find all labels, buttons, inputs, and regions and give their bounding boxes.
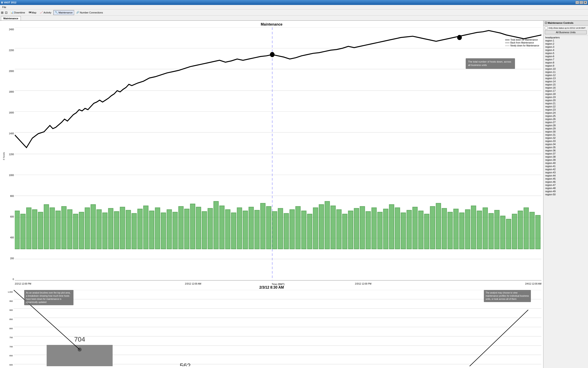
brushed-time-label: 2/3/12 8:30 AM <box>2 285 541 290</box>
y-axis-label-bottom: # hosts <box>2 290 6 366</box>
svg-rect-76 <box>378 212 382 249</box>
list-item[interactable]: headquarters <box>544 36 588 39</box>
list-item[interactable]: region-35 <box>544 146 588 149</box>
list-item[interactable]: region-5 <box>544 52 588 55</box>
all-bu-button[interactable]: All Business Units <box>545 30 587 34</box>
list-item[interactable]: region-27 <box>544 121 588 124</box>
list-item[interactable]: region-42 <box>544 168 588 171</box>
list-item[interactable]: region-26 <box>544 118 588 121</box>
brush-annotation: As an analyst brushes over the top plot … <box>24 290 73 305</box>
list-item[interactable]: region-16 <box>544 86 588 89</box>
list-item[interactable]: region-45 <box>544 177 588 180</box>
list-item[interactable]: region-14 <box>544 80 588 83</box>
bottom-chart-inner: # hosts 1,000950900850800 75070065060055… <box>2 290 541 366</box>
list-item[interactable]: region-10 <box>544 67 588 70</box>
chart-legend: Total down for Maintenance Back from Mai… <box>505 38 539 47</box>
list-item[interactable]: region-21 <box>544 102 588 105</box>
svg-rect-83 <box>418 211 423 249</box>
svg-rect-47 <box>208 208 213 249</box>
list-item[interactable]: region-6 <box>544 55 588 58</box>
svg-rect-44 <box>190 204 195 249</box>
svg-line-143 <box>449 310 528 366</box>
list-item[interactable]: region-15 <box>544 83 588 86</box>
legend-label-total: Total down for Maintenance <box>510 38 538 41</box>
list-item[interactable]: region-23 <box>544 108 588 111</box>
svg-rect-20 <box>50 208 55 249</box>
list-item[interactable]: region-47 <box>544 184 588 187</box>
content-area: Maintenance # hosts 24002200200018001600… <box>0 21 543 368</box>
list-item[interactable]: region-13 <box>544 77 588 80</box>
svg-rect-62 <box>296 207 300 249</box>
connections-button[interactable]: 🔗 Number Connections <box>75 10 104 15</box>
list-item[interactable]: region-34 <box>544 143 588 146</box>
tab-maintenance[interactable]: Maintenance <box>1 16 21 20</box>
list-item[interactable]: region-49 <box>544 190 588 193</box>
maintenance-button[interactable]: 🔧 Maintenance <box>53 10 74 15</box>
svg-point-104 <box>457 35 462 40</box>
top-chart-area[interactable]: # hosts 24002200200018001600 14001200100… <box>2 27 541 285</box>
list-item[interactable]: region-37 <box>544 152 588 155</box>
list-item[interactable]: region-24 <box>544 111 588 114</box>
svg-rect-14 <box>15 211 19 249</box>
list-item[interactable]: region-18 <box>544 92 588 96</box>
minimize-button[interactable]: ─ <box>575 1 579 4</box>
sidebar: ☐ Maintenance Controls Only show status … <box>543 21 588 368</box>
downtime-icon: 📊 <box>10 11 14 14</box>
list-item[interactable]: region-46 <box>544 180 588 184</box>
svg-rect-35 <box>138 209 142 249</box>
file-menu[interactable]: File <box>1 6 8 9</box>
list-item[interactable]: region-1 <box>544 39 588 42</box>
activity-button[interactable]: 📈 Activity <box>38 10 53 15</box>
window-controls[interactable]: ─ □ ✕ <box>575 1 587 4</box>
list-item[interactable]: region-7 <box>544 58 588 61</box>
list-item[interactable]: region-9 <box>544 64 588 67</box>
sidebar-header: ☐ Maintenance Controls <box>544 21 588 26</box>
list-item[interactable]: region-33 <box>544 139 588 143</box>
checkbox-container[interactable]: Only show status up to 2/2/12 14:00 BMT <box>545 27 587 29</box>
line-chart-svg[interactable]: 2/2/12 12:00 PM 2/3/12 12:00 AM 2/3/12 1… <box>15 27 541 285</box>
map-button[interactable]: 🗺 Map <box>27 10 38 15</box>
list-item[interactable]: region-40 <box>544 161 588 165</box>
svg-rect-68 <box>331 206 335 249</box>
list-item[interactable]: region-44 <box>544 174 588 177</box>
list-item[interactable]: region-25 <box>544 114 588 118</box>
x-label-3: 2/3/12 12:00 PM <box>355 283 371 285</box>
list-item[interactable]: region-30 <box>544 130 588 133</box>
list-item[interactable]: region-50 <box>544 193 588 196</box>
maximize-button[interactable]: □ <box>579 1 583 4</box>
region-list[interactable]: headquartersregion-1region-2region-3regi… <box>544 36 588 368</box>
list-item[interactable]: region-43 <box>544 171 588 174</box>
list-item[interactable]: region-3 <box>544 45 588 48</box>
list-item[interactable]: region-36 <box>544 149 588 152</box>
bottom-chart-area: # hosts 1,000950900850800 75070065060055… <box>2 290 541 366</box>
list-item[interactable]: region-17 <box>544 89 588 92</box>
svg-rect-46 <box>202 212 207 249</box>
y-axis-top: 24002200200018001600 140012001000800600 … <box>6 27 15 285</box>
list-item[interactable]: region-29 <box>544 127 588 130</box>
list-item[interactable]: region-31 <box>544 133 588 136</box>
list-item[interactable]: region-32 <box>544 136 588 139</box>
list-item[interactable]: region-41 <box>544 165 588 168</box>
list-item[interactable]: region-8 <box>544 61 588 64</box>
svg-text:704: 704 <box>74 335 85 343</box>
list-item[interactable]: region-39 <box>544 158 588 161</box>
svg-rect-15 <box>21 214 25 249</box>
title-bar: ⊞ VAST 2012 ─ □ ✕ <box>0 0 588 5</box>
sidebar-control: Only show status up to 2/2/12 14:00 BMT … <box>544 26 588 36</box>
list-item[interactable]: region-11 <box>544 70 588 74</box>
list-item[interactable]: region-20 <box>544 99 588 102</box>
toolbar-icon2: ⊡ <box>5 11 8 14</box>
list-item[interactable]: region-4 <box>544 48 588 52</box>
list-item[interactable]: region-28 <box>544 124 588 127</box>
downtime-button[interactable]: 📊 Downtime <box>9 10 27 15</box>
svg-rect-69 <box>337 210 341 249</box>
list-item[interactable]: region-22 <box>544 105 588 108</box>
svg-rect-51 <box>231 213 236 249</box>
list-item[interactable]: region-48 <box>544 187 588 190</box>
status-checkbox[interactable] <box>545 27 548 29</box>
list-item[interactable]: region-2 <box>544 42 588 45</box>
list-item[interactable]: region-12 <box>544 74 588 77</box>
list-item[interactable]: region-38 <box>544 155 588 158</box>
list-item[interactable]: region-19 <box>544 96 588 99</box>
close-button[interactable]: ✕ <box>584 1 587 4</box>
